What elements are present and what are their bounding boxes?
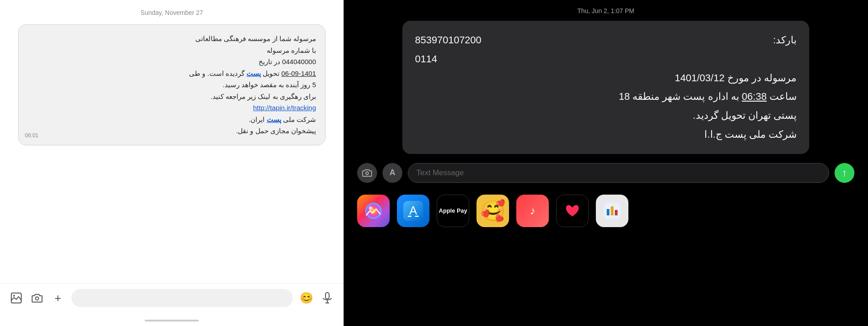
camera-icon[interactable] bbox=[30, 291, 44, 305]
message-post-bold: پست bbox=[246, 70, 261, 77]
message-line3: 044040000 bbox=[282, 58, 316, 65]
message-line7: برای رهگیری به لینک زیر مراجعه کنید. bbox=[211, 93, 316, 100]
ios-time-header: Thu, Jun 2, 1:07 PM bbox=[577, 7, 634, 14]
svg-point-6 bbox=[366, 172, 368, 174]
dock-appstore-icon[interactable]: A bbox=[397, 195, 429, 227]
emoji-icon[interactable]: 😊 bbox=[299, 291, 314, 305]
ios-message-line6: شرکت ملی پست ج.ا.ا bbox=[415, 125, 797, 144]
svg-point-1 bbox=[13, 295, 15, 297]
message-time: 06:38 bbox=[742, 91, 767, 102]
dock-music-icon[interactable]: ♪ bbox=[516, 195, 549, 227]
ios-send-button[interactable]: ↑ bbox=[835, 163, 854, 183]
scroll-bar bbox=[145, 320, 199, 321]
message-timestamp: 06:01 bbox=[25, 131, 38, 140]
ios-message-line5: پستی تهران تحویل گردید. bbox=[415, 106, 797, 125]
message-line6: 5 روز آینده به مقصد خواهد رسید. bbox=[222, 81, 316, 88]
svg-point-8 bbox=[369, 206, 373, 210]
ios-text-input[interactable]: Text Message bbox=[408, 163, 829, 183]
android-message-bubble: مرسوله شما از موسسه فرهنگی مطالعاتی با ش… bbox=[18, 24, 326, 145]
dock-fitness-icon[interactable] bbox=[556, 195, 589, 227]
message-post-end: گردیده است. و طی bbox=[189, 70, 246, 77]
ios-input-area: A Text Message ↑ bbox=[357, 163, 854, 183]
svg-rect-15 bbox=[607, 209, 609, 215]
message-line8-pre: شرکت ملی bbox=[281, 116, 316, 123]
android-toolbar: + 😊 bbox=[0, 283, 344, 312]
message-line1: مرسوله شما از موسسه فرهنگی مطالعاتی bbox=[195, 35, 316, 42]
dock-photos-icon[interactable] bbox=[357, 195, 390, 227]
message-post-bold2: پست bbox=[267, 116, 281, 123]
message-line5-post-pre: تحویل bbox=[261, 70, 279, 77]
voice-icon[interactable] bbox=[320, 291, 335, 305]
message-line2: با شماره مرسوله bbox=[267, 47, 316, 54]
message-line4-pre: در تاریخ bbox=[259, 58, 280, 65]
dock-memoji-icon[interactable]: 🥰 bbox=[476, 195, 509, 227]
ios-dock: A Apple Pay 🥰 ♪ bbox=[353, 190, 859, 232]
ios-message-line4: ساعت 06:38 به اداره پست شهر منطقه 18 bbox=[415, 87, 797, 106]
plus-icon[interactable]: + bbox=[51, 291, 65, 305]
svg-point-2 bbox=[36, 297, 39, 300]
time-pre: ساعت bbox=[767, 91, 797, 102]
android-text-input[interactable] bbox=[71, 289, 293, 307]
barcode-label: بارکد: bbox=[773, 31, 797, 50]
tracking-link[interactable]: http://tapin.ir/tracking bbox=[253, 104, 316, 112]
ios-app-icon[interactable]: A bbox=[382, 163, 402, 183]
dock-applepay-icon[interactable]: Apple Pay bbox=[437, 195, 469, 227]
svg-text:♪: ♪ bbox=[530, 205, 535, 217]
message-line8-post: ایران. bbox=[249, 116, 266, 123]
svg-text:A: A bbox=[409, 204, 417, 217]
barcode-num2: 0114 bbox=[415, 53, 437, 65]
svg-rect-16 bbox=[611, 206, 613, 215]
text-input-placeholder: Text Message bbox=[416, 168, 464, 177]
dock-tableau-icon[interactable] bbox=[596, 195, 628, 227]
gallery-icon[interactable] bbox=[9, 291, 24, 305]
message-date: 06-09-1401 bbox=[281, 70, 316, 77]
ios-messages-panel: Thu, Jun 2, 1:07 PM بارکد: 853970107200 … bbox=[344, 0, 868, 326]
message-line9: پیشخوان مجازی حمل و نقل. bbox=[236, 127, 316, 135]
ios-message-line3: مرسوله در مورخ 1401/03/12 bbox=[415, 69, 797, 88]
svg-rect-3 bbox=[326, 293, 329, 299]
time-post: به اداره پست شهر منطقه 18 bbox=[619, 91, 742, 102]
date-header: Sunday, November 27 bbox=[141, 9, 203, 16]
ios-camera-icon[interactable] bbox=[357, 163, 377, 183]
ios-message-bubble: بارکد: 853970107200 0114 مرسوله در مورخ … bbox=[402, 21, 809, 154]
android-sms-panel: Sunday, November 27 مرسوله شما از موسسه … bbox=[0, 0, 344, 326]
svg-point-7 bbox=[365, 203, 382, 219]
barcode-value: 853970107200 bbox=[415, 31, 481, 50]
svg-rect-17 bbox=[615, 210, 618, 215]
